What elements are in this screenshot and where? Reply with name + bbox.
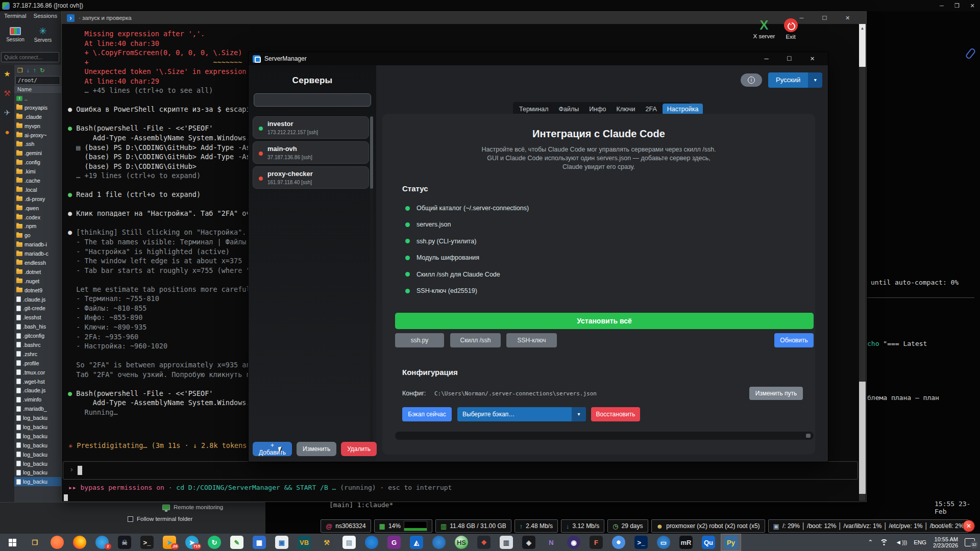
restore-button[interactable]: Восстановить <box>591 407 640 421</box>
taskbar-calculator[interactable]: ▦ <box>249 534 270 551</box>
servermanager-maximize-button[interactable]: ☐ <box>778 52 801 65</box>
taskbar-telegram[interactable]: ➤715 <box>182 534 202 551</box>
terminal-maximize-button[interactable]: ☐ <box>813 12 836 24</box>
file-row[interactable]: .bashrc <box>14 340 61 349</box>
file-row[interactable]: .gemini <box>14 148 61 158</box>
servermanager-minimize-button[interactable]: ─ <box>755 52 778 65</box>
taskbar-purple-g-app[interactable]: G <box>384 534 404 551</box>
file-row[interactable]: log_backu <box>14 422 61 432</box>
taskbar-telegram-orange[interactable]: ➤.26 <box>159 534 180 551</box>
file-row[interactable]: .gitconfig <box>14 331 61 340</box>
mobaxterm-close-button[interactable]: ✕ <box>965 0 980 11</box>
file-row[interactable]: .dotnet <box>14 267 61 277</box>
menu-item-sessions[interactable]: Sessions <box>33 13 57 19</box>
ribbon-servers-button[interactable]: ✳ Servers <box>31 21 55 48</box>
file-row[interactable]: .wget-hst <box>14 377 61 386</box>
file-row[interactable]: .git-crede <box>14 304 61 313</box>
file-row[interactable]: .cache <box>14 176 61 185</box>
file-row[interactable]: mariadb-c <box>14 249 61 258</box>
tab-инфо[interactable]: Инфо <box>584 104 610 115</box>
taskbar-proxy-tool[interactable]: ☠ <box>114 534 135 551</box>
terminal-scrollbar[interactable]: ▲ <box>859 24 866 501</box>
component-button-1[interactable]: ssh.py <box>395 333 444 347</box>
taskbar-github-desktop[interactable]: ◉ <box>564 534 584 551</box>
refresh-icon[interactable]: ↻ <box>40 67 45 74</box>
taskbar-mremoteng[interactable]: mR <box>676 534 696 551</box>
ribbon-session-button[interactable]: Session <box>3 21 28 48</box>
file-row[interactable]: .lesshst <box>14 313 61 322</box>
file-row[interactable]: log_backu <box>14 432 61 441</box>
file-column-header[interactable]: Name <box>14 86 61 94</box>
start-button[interactable] <box>0 534 24 551</box>
file-row[interactable]: go <box>14 231 61 240</box>
menu-item-terminal[interactable]: Terminal <box>4 13 26 19</box>
servermanager-close-button[interactable]: ✕ <box>801 52 824 65</box>
sidebar-scrollbar-thumb[interactable] <box>370 116 373 189</box>
folder-up-icon[interactable]: ❒ <box>17 67 23 74</box>
file-row[interactable]: .claude <box>14 112 61 121</box>
tab-терминал[interactable]: Терминал <box>514 104 553 115</box>
wifi-icon[interactable] <box>879 539 889 546</box>
file-row[interactable]: ai-proxy~ <box>14 131 61 140</box>
taskbar-mascot-app[interactable] <box>429 534 449 551</box>
file-row[interactable]: log_backu <box>14 459 61 468</box>
backup-now-button[interactable]: Бэкап сейчас <box>402 407 452 421</box>
taskbar-figma[interactable]: F <box>586 534 606 551</box>
quick-connect-input[interactable] <box>1 52 59 62</box>
taskbar-brave-browser[interactable] <box>47 534 67 551</box>
taskbar-notepad[interactable]: ▤ <box>339 534 359 551</box>
file-row[interactable]: .config <box>14 158 61 167</box>
file-row[interactable]: .qwen <box>14 204 61 213</box>
tools-icon[interactable]: ⚒ <box>4 89 10 97</box>
file-row[interactable]: log_backu <box>14 468 61 478</box>
upload-icon[interactable]: ↑ <box>33 67 36 74</box>
file-row[interactable]: dotnet9 <box>14 286 61 295</box>
taskbar-sync-app[interactable]: ↻ <box>204 534 225 551</box>
file-row[interactable]: .nuget <box>14 277 61 286</box>
sftp-path-field[interactable]: /root/ <box>15 76 60 85</box>
file-row[interactable]: .claude.js <box>14 295 61 304</box>
file-row[interactable]: .di-proxy <box>14 194 61 204</box>
x-server-button[interactable]: X X server <box>746 18 782 39</box>
server-card-main-ovh[interactable]: main-ovh37.187.136.86 [ssh] <box>253 141 369 164</box>
taskbar-database-tools[interactable]: ⚒ <box>316 534 337 551</box>
taskbar-python-terminal[interactable]: Py <box>721 534 741 551</box>
exit-button[interactable]: Exit <box>778 18 803 40</box>
scrollbar-thumb[interactable] <box>859 382 866 494</box>
tray-clock[interactable]: 10:55 AM 2/23/2026 <box>933 536 958 548</box>
file-row[interactable]: .kimi <box>14 167 61 176</box>
taskbar-command-prompt[interactable]: >_ <box>137 534 157 551</box>
paperclip-icon[interactable] <box>965 47 976 60</box>
file-row[interactable]: .profile <box>14 359 61 368</box>
edit-server-button[interactable]: Изменить <box>297 442 336 456</box>
refresh-button[interactable]: Обновить <box>774 333 814 347</box>
scrollbar-up-arrow[interactable]: ▲ <box>859 24 866 67</box>
taskbar-app-window[interactable]: ▣ <box>272 534 292 551</box>
follow-terminal-folder-checkbox[interactable] <box>128 516 133 522</box>
file-row[interactable]: log_backu <box>14 450 61 459</box>
language-select[interactable]: Русский ▾ <box>768 72 822 88</box>
taskbar-photos[interactable]: ◭ <box>406 534 427 551</box>
mobaxterm-minimize-button[interactable]: ─ <box>934 0 949 11</box>
file-row[interactable]: .codex <box>14 213 61 222</box>
delete-server-button[interactable]: Удалить <box>341 442 377 456</box>
taskbar-vb-tool[interactable]: VB <box>294 534 314 551</box>
file-row[interactable]: .ssh <box>14 139 61 148</box>
taskbar-heidisql[interactable]: HS <box>451 534 472 551</box>
download-icon[interactable]: ↓ <box>27 67 30 74</box>
file-row[interactable]: .viminfo <box>14 395 61 404</box>
file-row[interactable]: .zshrc <box>14 349 61 359</box>
taskbar-firefox-browser[interactable] <box>69 534 90 551</box>
install-all-button[interactable]: Установить всё <box>395 313 814 329</box>
component-button-3[interactable]: SSH-ключ <box>506 333 557 347</box>
taskbar-neovim[interactable]: N <box>541 534 561 551</box>
paper-plane-icon[interactable]: ✈ <box>4 109 11 117</box>
taskbar-notepad-plus-plus[interactable]: ✎ <box>227 534 247 551</box>
taskbar-remote-desktop[interactable]: ❖ <box>474 534 494 551</box>
change-path-button[interactable]: Изменить путь <box>749 387 803 400</box>
taskbar-chromium[interactable] <box>608 534 629 551</box>
file-row[interactable]: mariadb-i <box>14 240 61 249</box>
file-row[interactable]: .tmux.cor <box>14 368 61 377</box>
tab-2fa[interactable]: 2FA <box>641 104 662 115</box>
file-row[interactable]: myvpn <box>14 121 61 131</box>
